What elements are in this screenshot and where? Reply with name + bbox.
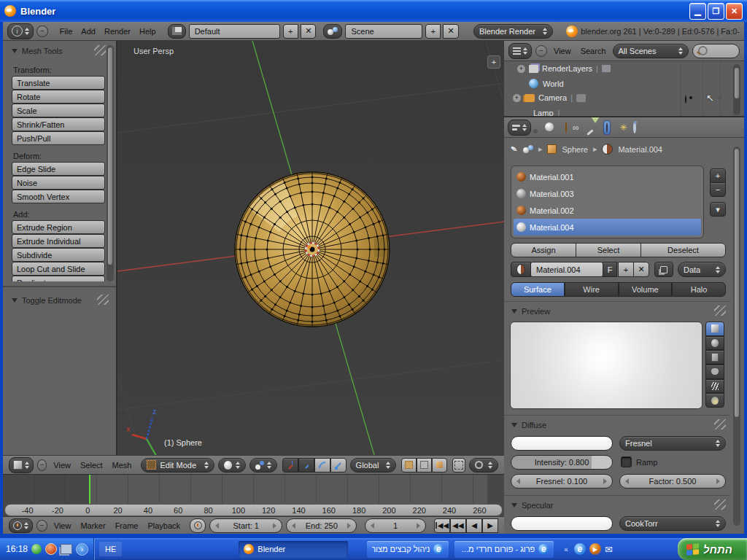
material-slot[interactable]: Material.001 xyxy=(514,168,701,185)
material-name-field[interactable]: Material.004 xyxy=(530,262,603,277)
timeline-menu-view[interactable]: View xyxy=(51,521,74,530)
panel-drag-grip[interactable] xyxy=(714,306,726,316)
maximize-button[interactable]: ❐ xyxy=(708,3,724,20)
link-data-select[interactable]: Data xyxy=(678,262,726,277)
panel-drag-grip[interactable] xyxy=(714,419,726,429)
editor-type-properties-button[interactable] xyxy=(508,120,531,136)
outliner-item-renderlayers[interactable]: + RenderLayers | xyxy=(517,64,611,73)
scene-context-icon[interactable] xyxy=(523,145,533,154)
timeline-menu-marker[interactable]: Marker xyxy=(77,521,108,530)
screen-layout-field[interactable]: Default xyxy=(189,24,280,39)
select-button[interactable]: Select xyxy=(576,243,641,257)
ramp-checkbox[interactable]: Ramp xyxy=(621,456,657,467)
viewport-canvas[interactable]: x z y User Persp + (1) Sphere xyxy=(117,41,504,455)
edge-select-button[interactable] xyxy=(417,458,432,472)
quick-launch-mediaplayer-icon[interactable]: ▶ xyxy=(589,543,601,555)
current-frame-marker[interactable] xyxy=(89,475,90,504)
outliner-filter-select[interactable]: All Scenes xyxy=(613,44,689,58)
minimize-button[interactable]: ▁ xyxy=(689,3,706,20)
tool-rotate[interactable]: Rotate xyxy=(12,90,105,104)
slot-remove-button[interactable]: − xyxy=(710,182,726,197)
current-frame-field[interactable]: 1 xyxy=(365,518,426,533)
outliner-menu-view[interactable]: View xyxy=(551,47,574,55)
taskbar-button-ie1[interactable]: e ניהול קבצים מצורפי... xyxy=(367,541,449,558)
viewport-shading-select[interactable] xyxy=(218,458,246,472)
region-expand-button[interactable]: + xyxy=(487,55,500,69)
play-reverse-button[interactable]: ◀ xyxy=(466,518,482,533)
tab-halo[interactable]: Halo xyxy=(672,282,726,297)
tray-expand-icon[interactable]: › xyxy=(76,543,88,556)
operator-redo-panel-header[interactable]: Toggle Editmode xyxy=(12,296,82,305)
tab-wire[interactable]: Wire xyxy=(565,282,619,297)
material-slot[interactable]: Material.003 xyxy=(514,185,701,202)
quick-launch-ie-icon[interactable]: e xyxy=(574,543,586,555)
vertex-select-button[interactable] xyxy=(401,458,417,472)
layout-add-button[interactable]: + xyxy=(283,24,298,39)
tab-texture[interactable] xyxy=(612,125,616,130)
tool-translate[interactable]: Translate xyxy=(12,76,105,90)
material-slot-selected[interactable]: Material.004 xyxy=(514,219,701,236)
limit-to-visible-button[interactable] xyxy=(452,458,465,472)
pivot-select[interactable] xyxy=(249,458,277,472)
tab-volume[interactable]: Volume xyxy=(619,282,673,297)
preview-cube-button[interactable] xyxy=(705,350,724,365)
tab-constraints[interactable]: ∞ xyxy=(570,121,581,134)
tool-extrude-individual[interactable]: Extrude Individual xyxy=(12,234,105,248)
face-select-button[interactable] xyxy=(432,458,447,472)
scene-field[interactable]: Scene xyxy=(345,24,422,39)
fake-user-button[interactable]: F xyxy=(603,262,617,277)
preview-sphere-button[interactable] xyxy=(705,336,724,351)
tool-subdivide[interactable]: Subdivide xyxy=(12,248,105,262)
scene-icon-button[interactable] xyxy=(323,24,342,39)
timeline[interactable]: -40 -20 0 20 40 60 80 100 120 140 160 18… xyxy=(3,474,504,517)
manipulator-rotate-button[interactable] xyxy=(314,458,330,472)
screen-layout-icon-button[interactable] xyxy=(168,24,186,39)
diffuse-panel-header[interactable]: Diffuse xyxy=(511,421,546,429)
preview-panel-header[interactable]: Preview xyxy=(511,307,550,316)
tab-particles[interactable]: ✳ xyxy=(618,121,630,134)
nodes-toggle-button[interactable] xyxy=(654,262,673,277)
specular-shader-select[interactable]: CookTorr xyxy=(619,516,726,531)
pin-icon[interactable]: ✒ xyxy=(508,142,521,156)
tray-app-icon[interactable] xyxy=(45,543,57,555)
manipulator-scale-button[interactable] xyxy=(330,458,347,472)
tool-loop-cut[interactable]: Loop Cut and Slide xyxy=(12,262,105,276)
menu-render[interactable]: Render xyxy=(101,27,133,36)
material-slot[interactable]: Material.002 xyxy=(514,202,701,219)
jump-to-start-button[interactable]: ◀◀ xyxy=(434,518,450,533)
close-button[interactable]: ✕ xyxy=(726,3,743,20)
menu-help[interactable]: Help xyxy=(136,27,159,36)
properties-scrollbar[interactable] xyxy=(733,147,740,526)
slot-add-button[interactable]: + xyxy=(710,168,726,183)
tab-render[interactable] xyxy=(537,125,541,130)
view3d-menu-view[interactable]: View xyxy=(50,461,74,470)
diffuse-fresnel-field[interactable]: Fresnel: 0.100 xyxy=(511,474,613,489)
material-browse-button[interactable] xyxy=(511,262,531,277)
outliner-item-camera[interactable]: + Camera | xyxy=(513,93,586,102)
expand-icon[interactable]: + xyxy=(517,65,525,73)
timeline-scrollbar-ruler[interactable]: -40 -20 0 20 40 60 80 100 120 140 160 18… xyxy=(4,504,503,516)
scene-delete-button[interactable]: ✕ xyxy=(443,24,458,39)
restrict-select-toggle[interactable]: ↖ xyxy=(706,93,714,104)
mode-select[interactable]: Edit Mode xyxy=(141,458,214,472)
slot-specials-button[interactable]: ▾ xyxy=(710,202,726,217)
deselect-button[interactable]: Deselect xyxy=(640,243,726,257)
preview-monkey-button[interactable] xyxy=(705,365,724,379)
timeline-menu-playback[interactable]: Playback xyxy=(144,521,183,530)
specular-panel-header[interactable]: Specular xyxy=(511,501,553,510)
tab-surface[interactable]: Surface xyxy=(511,282,565,297)
breadcrumb-material[interactable]: Material.004 xyxy=(618,145,662,154)
tool-shrink-fatten[interactable]: Shrink/Fatten xyxy=(12,117,105,131)
manipulator-axis-button[interactable] xyxy=(282,458,298,472)
mesh-tools-panel-header[interactable]: Mesh Tools xyxy=(12,47,62,55)
render-engine-select[interactable]: Blender Render xyxy=(473,24,553,39)
tab-material[interactable] xyxy=(603,120,611,135)
tool-smooth-vertex[interactable]: Smooth Vertex xyxy=(12,190,105,203)
language-indicator[interactable]: HE xyxy=(99,542,122,556)
view3d-menu-select[interactable]: Select xyxy=(77,461,106,470)
timeline-menu-frame[interactable]: Frame xyxy=(112,521,142,530)
layout-delete-button[interactable]: ✕ xyxy=(301,24,316,39)
assign-button[interactable]: Assign xyxy=(511,243,576,257)
panel-drag-grip[interactable] xyxy=(97,295,109,305)
taskbar-button-blender[interactable]: Blender xyxy=(239,541,348,558)
